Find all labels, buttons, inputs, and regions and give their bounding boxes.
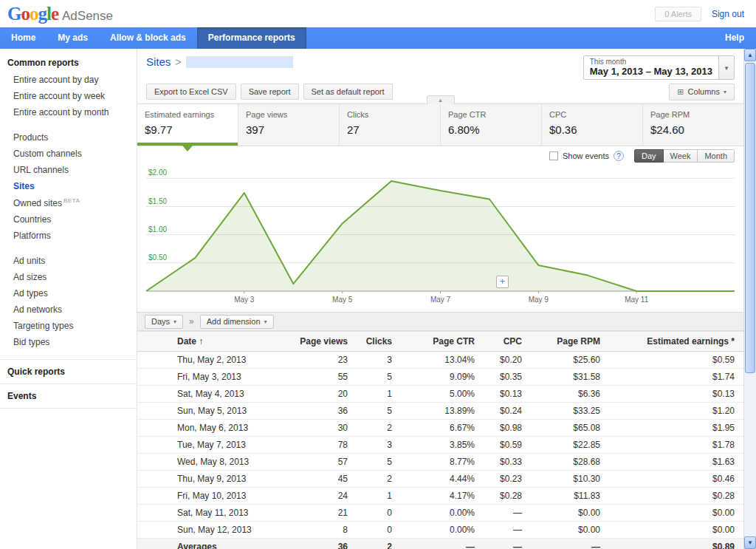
add-dimension-dropdown[interactable]: Add dimension ▾ (200, 315, 274, 329)
summary-card-clicks[interactable]: Clicks27 (340, 104, 441, 146)
cell-value: $0.33 (481, 454, 528, 471)
cell-value: 45 (280, 471, 354, 488)
cell-value: $25.60 (528, 352, 606, 369)
nav-item-home[interactable]: Home (0, 27, 47, 49)
svg-text:$1.00: $1.00 (148, 225, 167, 233)
cell-value: $31.58 (528, 369, 606, 386)
report-title-field[interactable] (186, 56, 293, 68)
cell-value: 55 (280, 369, 354, 386)
sidebar-item-sites[interactable]: Sites (0, 178, 137, 194)
summary-card-cpc[interactable]: CPC$0.36 (542, 104, 643, 146)
granularity-month[interactable]: Month (698, 149, 735, 163)
sidebar-item-ad-types[interactable]: Ad types (0, 285, 137, 301)
svg-text:$0.50: $0.50 (148, 253, 167, 262)
sidebar-item-targeting-types[interactable]: Targeting types (0, 318, 137, 334)
summary-card-estimated-earnings[interactable]: Estimated earnings$9.77 (137, 104, 238, 146)
sidebar-item-entire-account-by-month[interactable]: Entire account by month (0, 104, 137, 120)
nav-item-help[interactable]: Help (713, 27, 756, 49)
nav-item-allow-block-ads[interactable]: Allow & block ads (99, 27, 197, 49)
date-range-value: May 1, 2013 – May 13, 2013 (590, 66, 712, 77)
sidebar-section-common-reports[interactable]: Common reports (0, 52, 137, 72)
cell-value: $33.25 (528, 403, 606, 420)
sidebar: Common reportsEntire account by dayEntir… (0, 49, 137, 549)
sidebar-item-custom-channels[interactable]: Custom channels (0, 146, 137, 162)
date-range-picker[interactable]: This month May 1, 2013 – May 13, 2013 ▾ (583, 55, 735, 80)
cell-value: 2 (354, 420, 398, 437)
sidebar-section-events[interactable]: Events (0, 383, 137, 409)
columns-button[interactable]: ⊞ Columns ▾ (669, 83, 735, 100)
cell-date: Mon, May 6, 2013 (137, 420, 280, 437)
column-header-clicks[interactable]: Clicks (354, 332, 398, 352)
report-table: Date ↑Page viewsClicksPage CTRCPCPage RP… (137, 331, 743, 549)
summary-value: $24.60 (650, 123, 736, 136)
cell-value: 24 (280, 488, 354, 505)
column-header-estimated-earnings[interactable]: Estimated earnings * (606, 332, 743, 352)
column-header-cpc[interactable]: CPC (481, 332, 528, 352)
cell-value: $1.63 (606, 454, 743, 471)
sidebar-item-countries[interactable]: Countries (0, 211, 137, 228)
cell-value: $0.00 (606, 505, 743, 522)
averages-label: Averages (137, 539, 280, 549)
cell-value: 6.67% (398, 420, 481, 437)
sidebar-item-ad-networks[interactable]: Ad networks (0, 301, 137, 318)
sidebar-item-ad-units[interactable]: Ad units (0, 253, 137, 269)
summary-value: $9.77 (145, 123, 230, 136)
sidebar-item-owned-sites[interactable]: Owned sitesBETA (0, 194, 137, 211)
cell-value: 3 (354, 352, 398, 369)
chart-zoom-in-button[interactable]: + (496, 276, 509, 288)
collapse-up-icon: ▲ (438, 98, 443, 103)
granularity-week[interactable]: Week (664, 149, 698, 163)
adsense-logo[interactable]: Google AdSense (7, 4, 113, 24)
summary-card-page-views[interactable]: Page views397 (238, 104, 340, 146)
cell-value: 21 (280, 505, 354, 522)
chart-collapse-toggle[interactable]: ▲ (427, 95, 455, 104)
sidebar-item-ad-sizes[interactable]: Ad sizes (0, 269, 137, 285)
cell-value: $0.23 (481, 471, 528, 488)
cell-value: 9.09% (398, 369, 481, 386)
days-dropdown[interactable]: Days ▾ (145, 315, 183, 329)
sidebar-item-entire-account-by-day[interactable]: Entire account by day (0, 72, 137, 88)
summary-label: Page views (246, 110, 331, 119)
date-picker-caret-icon[interactable]: ▾ (718, 56, 734, 79)
sidebar-item-platforms[interactable]: Platforms (0, 228, 137, 244)
sidebar-item-bid-types[interactable]: Bid types (0, 334, 137, 350)
sidebar-section-quick-reports[interactable]: Quick reports (0, 359, 137, 383)
table-row: Sat, May 11, 20132100.00%—$0.00$0.00 (137, 505, 743, 522)
sidebar-item-entire-account-by-week[interactable]: Entire account by week (0, 88, 137, 104)
sidebar-item-products[interactable]: Products (0, 129, 137, 146)
cell-date: Sun, May 12, 2013 (137, 522, 280, 539)
beta-badge: BETA (63, 197, 80, 204)
help-icon[interactable]: ? (614, 151, 624, 161)
summary-card-page-ctr[interactable]: Page CTR6.80% (441, 104, 542, 146)
nav-item-performance-reports[interactable]: Performance reports (197, 27, 306, 49)
column-header-page-views[interactable]: Page views (280, 332, 354, 352)
alerts-button[interactable]: 0 Alerts (655, 7, 701, 21)
show-events-checkbox[interactable] (549, 151, 558, 160)
column-header-page-ctr[interactable]: Page CTR (398, 332, 481, 352)
granularity-toggle: DayWeekMonth (634, 149, 735, 163)
granularity-day[interactable]: Day (634, 149, 664, 163)
summary-card-page-rpm[interactable]: Page RPM$24.60 (643, 104, 743, 146)
vertical-scrollbar[interactable]: ▲ ▼ (743, 49, 756, 549)
cell-value: 3 (354, 437, 398, 454)
sign-out-link[interactable]: Sign out (712, 9, 744, 19)
set-default-report-button[interactable]: Set as default report (303, 83, 393, 100)
scroll-down-button[interactable]: ▼ (744, 536, 756, 549)
export-csv-button[interactable]: Export to Excel CSV (146, 83, 236, 100)
cell-value: $0.59 (606, 352, 743, 369)
scrollbar-thumb[interactable] (745, 63, 755, 373)
summary-label: Estimated earnings (145, 110, 230, 119)
sidebar-group: Ad unitsAd sizesAd typesAd networksTarge… (0, 253, 137, 350)
columns-caret-icon: ▾ (724, 89, 726, 95)
double-chevron-icon: » (189, 316, 194, 327)
sidebar-item-url-channels[interactable]: URL channels (0, 162, 137, 178)
save-report-button[interactable]: Save report (241, 83, 299, 100)
column-header-date[interactable]: Date ↑ (137, 332, 280, 352)
scroll-up-button[interactable]: ▲ (744, 49, 756, 61)
svg-text:$1.50: $1.50 (148, 197, 167, 205)
averages-value: — (398, 539, 481, 549)
scrollbar-track[interactable] (744, 61, 756, 536)
nav-item-my-ads[interactable]: My ads (47, 27, 99, 49)
column-header-page-rpm[interactable]: Page RPM (528, 332, 606, 352)
breadcrumb-sites-link[interactable]: Sites (146, 55, 171, 68)
